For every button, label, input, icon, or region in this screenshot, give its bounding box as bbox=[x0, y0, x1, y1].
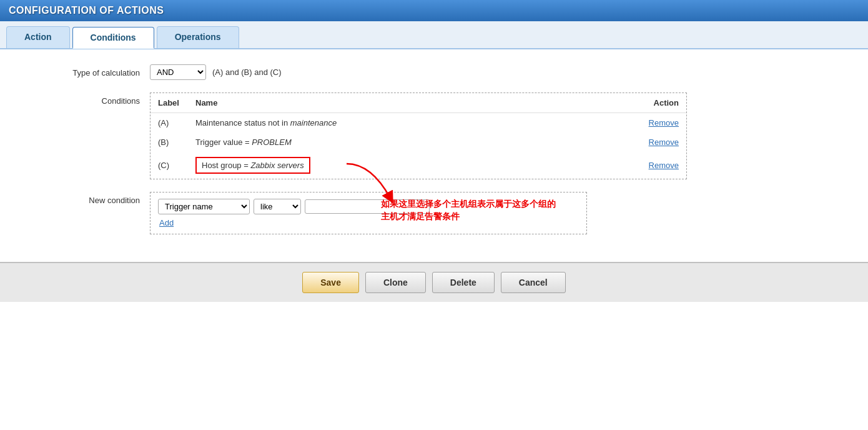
row-a-name: Maintenance status not in maintenance bbox=[188, 113, 630, 133]
new-condition-type-select[interactable]: Trigger name Trigger severity Host group… bbox=[158, 199, 250, 214]
row-a-action: Remove bbox=[630, 113, 686, 133]
row-c-name: Host group = Zabbix servers bbox=[188, 152, 630, 179]
row-c-remove-link[interactable]: Remove bbox=[649, 161, 679, 170]
conditions-table-wrapper: Label Name Action (A) Maintenance status… bbox=[150, 92, 687, 179]
new-condition-operator-select[interactable]: like not like = ≠ bbox=[254, 199, 301, 214]
row-c-action: Remove bbox=[630, 152, 686, 179]
conditions-row: Conditions Label Name Action bbox=[25, 92, 843, 179]
content-area: Type of calculation AND OR AND/OR Custom… bbox=[0, 49, 868, 262]
cancel-button[interactable]: Cancel bbox=[501, 272, 566, 293]
calculation-formula: (A) and (B) and (C) bbox=[212, 68, 282, 77]
clone-button[interactable]: Clone bbox=[365, 272, 426, 293]
tab-action[interactable]: Action bbox=[6, 26, 70, 48]
add-condition-link[interactable]: Add bbox=[158, 218, 174, 228]
table-row: (A) Maintenance status not in maintenanc… bbox=[150, 113, 686, 133]
row-a-label: (A) bbox=[150, 113, 188, 133]
table-row: (C) Host group = Zabbix servers Remove bbox=[150, 152, 686, 179]
new-condition-row: New condition Trigger name Trigger sever… bbox=[25, 192, 843, 234]
tabs-bar: Action Conditions Operations bbox=[0, 21, 868, 49]
save-button[interactable]: Save bbox=[302, 272, 359, 293]
row-b-name: Trigger value = PROBLEM bbox=[188, 132, 630, 152]
calculation-label: Type of calculation bbox=[25, 64, 150, 78]
page-title: CONFIGURATION OF ACTIONS bbox=[9, 5, 859, 16]
row-b-label: (B) bbox=[150, 132, 188, 152]
calculation-select[interactable]: AND OR AND/OR Custom bbox=[150, 64, 206, 80]
col-header-name: Name bbox=[188, 93, 630, 113]
new-condition-label: New condition bbox=[25, 192, 150, 205]
col-header-action: Action bbox=[630, 93, 686, 113]
page-header: CONFIGURATION OF ACTIONS bbox=[0, 0, 868, 21]
conditions-table-container: Label Name Action (A) Maintenance status… bbox=[150, 92, 843, 179]
table-row: (B) Trigger value = PROBLEM Remove bbox=[150, 132, 686, 152]
calculation-controls: AND OR AND/OR Custom (A) and (B) and (C) bbox=[150, 64, 843, 80]
col-header-label: Label bbox=[150, 93, 188, 113]
highlighted-cell: Host group = Zabbix servers bbox=[195, 157, 310, 174]
new-condition-controls: Trigger name Trigger severity Host group… bbox=[150, 192, 843, 234]
footer-bar: Save Clone Delete Cancel bbox=[0, 262, 868, 302]
annotation-text: 如果这里选择多个主机组表示属于这多个组的主机才满足告警条件 bbox=[381, 198, 556, 222]
calculation-row: Type of calculation AND OR AND/OR Custom… bbox=[25, 64, 843, 80]
tab-conditions[interactable]: Conditions bbox=[72, 27, 154, 49]
tab-operations[interactable]: Operations bbox=[157, 26, 239, 48]
conditions-label: Conditions bbox=[25, 92, 150, 106]
row-b-remove-link[interactable]: Remove bbox=[649, 138, 679, 147]
delete-button[interactable]: Delete bbox=[432, 272, 495, 293]
row-c-label: (C) bbox=[150, 152, 188, 179]
row-a-remove-link[interactable]: Remove bbox=[649, 118, 679, 128]
conditions-table: Label Name Action (A) Maintenance status… bbox=[150, 93, 686, 179]
row-b-action: Remove bbox=[630, 132, 686, 152]
